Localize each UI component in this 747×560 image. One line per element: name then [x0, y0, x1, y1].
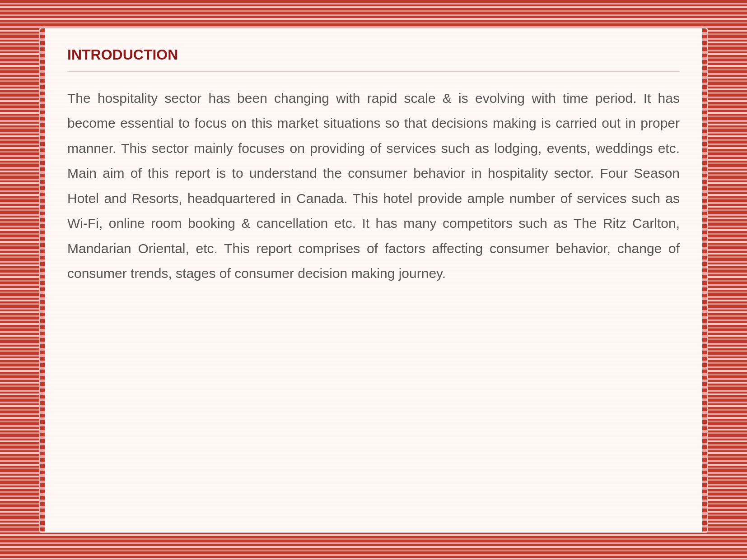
- body-paragraph: The hospitality sector has been changing…: [67, 86, 680, 286]
- content-card: INTRODUCTION The hospitality sector has …: [39, 28, 708, 533]
- page-container: INTRODUCTION The hospitality sector has …: [0, 0, 747, 560]
- section-heading: INTRODUCTION: [67, 46, 680, 72]
